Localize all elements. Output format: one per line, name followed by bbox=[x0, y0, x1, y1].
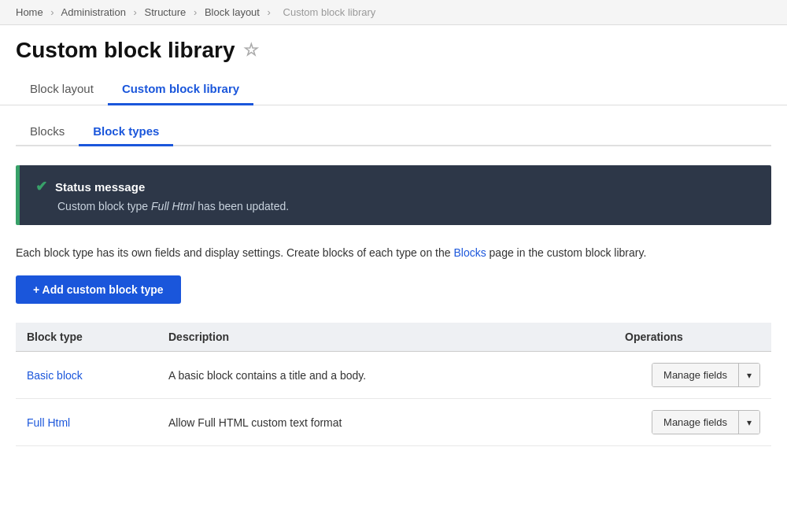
cell-block-type-1: Full Html bbox=[16, 399, 157, 446]
page-header: Custom block library ☆ bbox=[0, 25, 787, 63]
add-custom-block-type-button[interactable]: + Add custom block type bbox=[16, 275, 181, 304]
table-row: Full HtmlAllow Full HTML custom text for… bbox=[16, 399, 771, 446]
breadcrumb-sep-3: › bbox=[194, 6, 197, 18]
manage-fields-button-1[interactable]: Manage fields bbox=[652, 411, 738, 434]
table-body: Basic blockA basic block contains a titl… bbox=[16, 352, 771, 446]
breadcrumb-sep-4: › bbox=[268, 6, 271, 18]
block-type-link-0[interactable]: Basic block bbox=[27, 369, 83, 382]
manage-btn-group-0: Manage fields▾ bbox=[652, 363, 760, 387]
cell-description-1: Allow Full HTML custom text format bbox=[157, 399, 614, 446]
table-header: Block type Description Operations bbox=[16, 323, 771, 352]
breadcrumb-administration[interactable]: Administration bbox=[61, 6, 126, 18]
tab-custom-block-library[interactable]: Custom block library bbox=[108, 74, 253, 105]
status-italic: Full Html bbox=[151, 200, 194, 212]
operations-dropdown-button-0[interactable]: ▾ bbox=[738, 364, 759, 386]
col-header-operations: Operations bbox=[614, 323, 771, 352]
secondary-tabs: Blocks Block types bbox=[16, 118, 771, 146]
breadcrumb-block-layout[interactable]: Block layout bbox=[205, 6, 260, 18]
block-types-table: Block type Description Operations Basic … bbox=[16, 323, 771, 446]
table-row: Basic blockA basic block contains a titl… bbox=[16, 352, 771, 399]
status-message-header: ✔ Status message bbox=[35, 178, 756, 195]
tab-blocks[interactable]: Blocks bbox=[16, 118, 79, 146]
operations-dropdown-button-1[interactable]: ▾ bbox=[738, 411, 759, 434]
tab-block-types[interactable]: Block types bbox=[79, 118, 173, 146]
breadcrumb-home[interactable]: Home bbox=[16, 6, 43, 18]
cell-description-0: A basic block contains a title and a bod… bbox=[157, 352, 614, 399]
manage-btn-group-1: Manage fields▾ bbox=[652, 410, 760, 434]
status-title: Status message bbox=[55, 180, 145, 194]
desc-before: Each block type has its own fields and d… bbox=[16, 246, 453, 259]
page-title: Custom block library ☆ bbox=[16, 38, 771, 63]
desc-after: page in the custom block library. bbox=[486, 246, 647, 259]
cell-operations-1: Manage fields▾ bbox=[614, 399, 771, 446]
content-area: Blocks Block types ✔ Status message Cust… bbox=[0, 118, 787, 446]
manage-fields-button-0[interactable]: Manage fields bbox=[652, 364, 738, 386]
block-type-link-1[interactable]: Full Html bbox=[27, 416, 70, 429]
cell-operations-0: Manage fields▾ bbox=[614, 352, 771, 399]
status-prefix: Custom block type bbox=[57, 200, 151, 212]
status-body: Custom block type Full Html has been upd… bbox=[35, 200, 756, 212]
check-icon: ✔ bbox=[35, 178, 47, 195]
status-suffix: has been updated. bbox=[194, 200, 289, 212]
primary-tabs: Block layout Custom block library bbox=[0, 74, 787, 105]
col-header-block-type: Block type bbox=[16, 323, 157, 352]
breadcrumb-sep-1: › bbox=[50, 6, 54, 18]
status-message: ✔ Status message Custom block type Full … bbox=[16, 165, 771, 225]
desc-blocks-link[interactable]: Blocks bbox=[453, 246, 486, 259]
breadcrumb-structure[interactable]: Structure bbox=[145, 6, 187, 18]
breadcrumb: Home › Administration › Structure › Bloc… bbox=[0, 0, 787, 25]
cell-block-type-0: Basic block bbox=[16, 352, 157, 399]
tab-block-layout[interactable]: Block layout bbox=[16, 74, 108, 105]
col-header-description: Description bbox=[157, 323, 614, 352]
breadcrumb-sep-2: › bbox=[134, 6, 137, 18]
breadcrumb-current: Custom block library bbox=[283, 6, 376, 18]
page-description: Each block type has its own fields and d… bbox=[16, 244, 771, 261]
favorite-icon[interactable]: ☆ bbox=[243, 40, 259, 61]
